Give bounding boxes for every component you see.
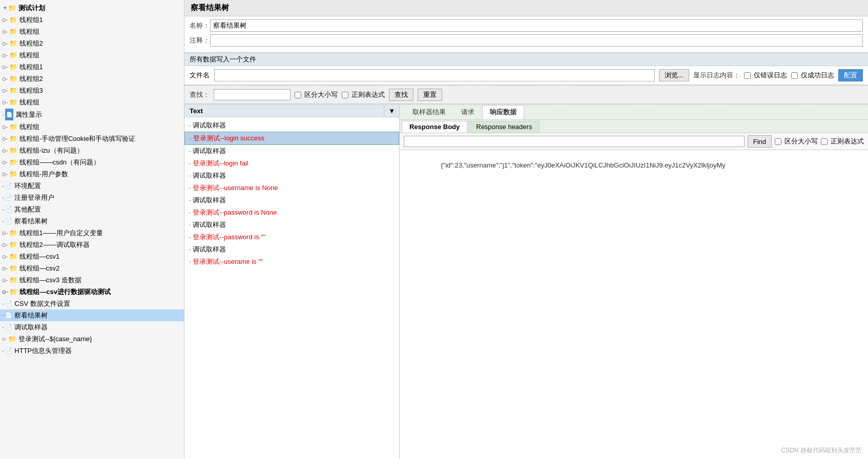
sidebar-item-sg22[interactable]: o- 📁 线程组—csv2 (0, 262, 184, 274)
case-sensitive-checkbox[interactable] (295, 92, 301, 98)
sidebar-item-sg18[interactable]: - 📄 察看结果树 (0, 215, 184, 227)
sidebar-item-sg8[interactable]: o- 📁 线程组 (0, 96, 184, 108)
sidebar-item-sg21[interactable]: o- 📁 线程组—csv1 (0, 251, 184, 262)
sidebar-item-sg11[interactable]: o- 📁 线程组-手动管理Cookie和手动填写验证 (0, 133, 184, 144)
response-case-sensitive: 区分大小写 (775, 137, 818, 146)
sidebar-item-sg1[interactable]: o- 📁 线程组1 (0, 14, 184, 26)
name-input[interactable] (210, 19, 863, 32)
response-case-checkbox[interactable] (775, 138, 781, 145)
tree-pane-dropdown[interactable]: ▼ (384, 105, 399, 117)
list-item-1[interactable]: - 调试取样器 (184, 119, 399, 132)
sidebar-item-sg5[interactable]: o- 📁 线程组1 (0, 61, 184, 73)
sidebar-item-sg15[interactable]: - 📄 环境配置 (0, 180, 184, 192)
find-button[interactable]: 查找 (389, 89, 414, 101)
split-pane: Text ▼ - 调试取样器 - 登录测试--login success - 调… (184, 105, 868, 459)
sidebar-item-sg25[interactable]: - 📄 CSV 数据文件设置 (0, 298, 184, 309)
list-item-7[interactable]: - 调试取样器 (184, 194, 399, 206)
sidebar-item-sg2[interactable]: o- 📁 线程组 (0, 26, 184, 37)
inner-tabs-row: Response Body Response headers (400, 120, 868, 133)
sidebar-item-sg9[interactable]: - 📄 属性显示 (0, 108, 184, 121)
case-sensitive-group: 区分大小写 (295, 90, 338, 99)
checkbox-error-log: 仅错误日志 (744, 71, 787, 80)
main-content: 察看结果树 名称： 注释： 所有数据写入一个文件 文件名 浏览... 显示日志内… (184, 0, 868, 459)
list-item-6[interactable]: - 登录测试--username is None (184, 182, 399, 194)
tab-response-body[interactable]: Response Body (402, 121, 467, 133)
list-item-10[interactable]: - 登录测试--password is "" (184, 231, 399, 243)
tree-pane-header: Text ▼ (184, 105, 399, 117)
sidebar: ▼ 📁 测试计划 o- 📁 线程组1 o- 📁 线程组 o- 📁 线程组2 o-… (0, 0, 184, 459)
success-log-label: 仅成功日志 (801, 71, 834, 80)
tab-response-data[interactable]: 响应数据 (482, 105, 524, 119)
search-input[interactable] (214, 89, 291, 100)
list-item-4[interactable]: - 登录测试--login fail (184, 157, 399, 170)
sidebar-item-sg6[interactable]: o- 📁 线程组2 (0, 73, 184, 85)
filename-input[interactable] (214, 69, 655, 81)
sidebar-root[interactable]: ▼ 📁 测试计划 (0, 2, 184, 14)
error-log-label: 仅错误日志 (754, 71, 787, 80)
sidebar-item-sg29[interactable]: - 📄 HTTP信息头管理器 (0, 345, 184, 357)
response-body-content: {"id":23,"username":"j1","token":"eyJ0eX… (400, 150, 868, 459)
tree-list: - 调试取样器 - 登录测试--login success - 调试取样器 - … (184, 117, 399, 459)
response-search-input[interactable] (404, 136, 745, 147)
sidebar-item-sg19[interactable]: o- 📁 线程组1——用户自定义变量 (0, 227, 184, 239)
sidebar-item-sg27[interactable]: - 📄 调试取样器 (0, 321, 184, 333)
sidebar-item-sg20[interactable]: o- 📁 线程组2——调试取样器 (0, 239, 184, 251)
sidebar-item-sg12[interactable]: o- 📁 线程组-izu（有问题） (0, 144, 184, 156)
sidebar-item-sg26-selected[interactable]: - 📄 察看结果树 (0, 309, 184, 321)
tab-sample-result[interactable]: 取样器结果 (405, 105, 453, 119)
response-regex: 正则表达式 (821, 137, 864, 146)
display-log-label: 显示日志内容： (693, 71, 740, 80)
tree-pane-title: Text (184, 105, 384, 117)
browse-button[interactable]: 浏览... (659, 69, 689, 81)
result-tabs-row: 取样器结果 请求 响应数据 (400, 105, 868, 120)
response-area: Response Body Response headers Find 区分大小… (400, 120, 868, 459)
sidebar-item-sg13[interactable]: o- 📁 线程组——csdn（有问题） (0, 156, 184, 168)
sidebar-item-sg24[interactable]: o- 📁 线程组—csv进行数据驱动测试 (0, 286, 184, 298)
list-item-9[interactable]: - 调试取样器 (184, 219, 399, 231)
list-item-11[interactable]: - 调试取样器 (184, 243, 399, 256)
folder-icon: 📁 (8, 3, 16, 13)
response-regex-label: 正则表达式 (831, 137, 864, 146)
sidebar-item-sg14[interactable]: o- 📁 线程组-用户参数 (0, 168, 184, 180)
sidebar-item-sg4[interactable]: o- 📁 线程组 (0, 49, 184, 61)
comment-label: 注释： (190, 36, 210, 45)
response-case-label: 区分大小写 (784, 137, 818, 146)
name-label: 名称： (190, 21, 210, 30)
checkbox-success-log: 仅成功日志 (791, 71, 834, 80)
reset-button[interactable]: 重置 (418, 89, 442, 101)
sidebar-root-label: 测试计划 (18, 3, 45, 13)
regex-checkbox[interactable] (342, 92, 348, 98)
list-item-5[interactable]: - 调试取样器 (184, 170, 399, 182)
tab-response-headers[interactable]: Response headers (468, 121, 540, 133)
success-log-checkbox[interactable] (791, 72, 798, 79)
filename-label: 文件名 (190, 71, 210, 80)
regex-label: 正则表达式 (352, 90, 385, 99)
sidebar-item-sg28[interactable]: o- 📁 登录测试--${case_name} (0, 333, 184, 345)
search-label: 查找： (190, 90, 210, 99)
sidebar-item-sg16[interactable]: - 📄 注册登录用户 (0, 192, 184, 203)
tree-pane: Text ▼ - 调试取样器 - 登录测试--login success - 调… (184, 105, 400, 459)
sidebar-item-sg17[interactable]: - 📄 其他配置 (0, 203, 184, 215)
sidebar-item-sg23[interactable]: o- 📁 线程组—csv3 造数据 (0, 274, 184, 286)
sidebar-item-sg3[interactable]: o- 📁 线程组2 (0, 37, 184, 49)
panel-title: 察看结果树 (184, 0, 868, 16)
list-item-12[interactable]: - 登录测试--userame is "" (184, 256, 399, 268)
result-pane: 取样器结果 请求 响应数据 Response Body Response h (400, 105, 868, 459)
error-log-checkbox[interactable] (744, 72, 751, 79)
name-row: 名称： (190, 19, 863, 32)
response-search-bar: Find 区分大小写 正则表达式 (400, 133, 868, 150)
list-item-2[interactable]: - 登录测试--login success (184, 132, 399, 145)
comment-input[interactable] (210, 34, 863, 47)
form-section: 名称： 注释： (184, 16, 868, 53)
tab-request[interactable]: 请求 (453, 105, 482, 119)
list-item-3[interactable]: - 调试取样器 (184, 145, 399, 157)
search-bar: 查找： 区分大小写 正则表达式 查找 重置 (184, 86, 868, 104)
list-item-8[interactable]: - 登录测试--password is None (184, 206, 399, 219)
response-regex-checkbox[interactable] (821, 138, 828, 145)
config-button[interactable]: 配置 (838, 69, 863, 81)
sidebar-item-sg7[interactable]: o- 📁 线程组3 (0, 85, 184, 96)
response-find-button[interactable]: Find (748, 135, 772, 148)
case-sensitive-label: 区分大小写 (304, 90, 338, 99)
root-expand-icon: ▼ (2, 3, 8, 13)
sidebar-item-sg10[interactable]: o- 📁 线程组 (0, 121, 184, 133)
